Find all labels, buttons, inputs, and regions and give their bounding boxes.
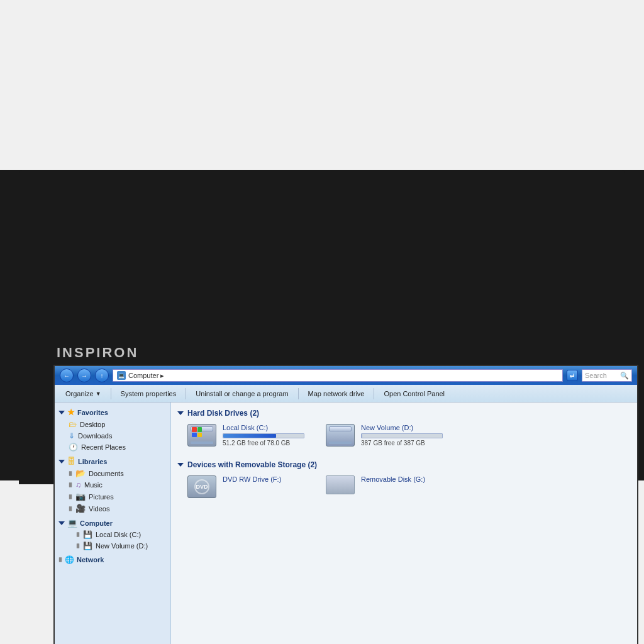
- toolbar: Organize ▼ System properties Uninstall o…: [55, 385, 637, 402]
- sidebar-item-desktop[interactable]: 🗁 Desktop: [55, 418, 170, 430]
- dvd-drive-f-icon: DVD: [187, 475, 218, 499]
- libraries-arrow-icon: [58, 460, 65, 464]
- pictures-label: Pictures: [89, 493, 114, 501]
- organize-dropdown-icon: ▼: [96, 391, 101, 397]
- brand-label: INSPIRON: [57, 345, 138, 361]
- search-icon: 🔍: [620, 372, 629, 380]
- sidebar-section-computer: 💻 Computer 💾 Local Disk (C:) 💾 New Volum…: [55, 517, 170, 552]
- new-volume-d-name: New Volume (D:): [361, 424, 452, 431]
- sidebar-section-network: 🌐 Network: [55, 554, 170, 565]
- sidebar-item-music[interactable]: ♫ Music: [55, 479, 170, 491]
- downloads-icon: ⇓: [69, 431, 75, 440]
- nav-arrows[interactable]: ⇄: [567, 370, 578, 381]
- new-volume-d-space: 387 GB free of 387 GB: [361, 440, 452, 447]
- music-icon: ♫: [75, 480, 81, 489]
- sidebar-favorites-header[interactable]: ★ Favorites: [55, 406, 170, 418]
- pictures-arrow-icon: [69, 494, 72, 499]
- laptop-bezel: INSPIRON ← → ↑ 💻 Computer ▸ ⇄ Search 🔍: [19, 170, 625, 484]
- hard-disk-drives-grid: Local Disk (C:) 51.2 GB free of 78.0 GB: [177, 424, 631, 448]
- favorites-arrow-icon: [58, 411, 65, 414]
- hard-disk-drives-header: Hard Disk Drives (2): [177, 409, 631, 418]
- toolbar-sep-1: [111, 388, 111, 399]
- removable-disk-g-item[interactable]: Removable Disk (G:): [326, 475, 452, 499]
- search-placeholder: Search: [585, 372, 607, 379]
- desktop-folder-icon: 🗁: [69, 419, 77, 429]
- system-properties-button[interactable]: System properties: [115, 387, 182, 401]
- local-disk-c-sidebar-label: Local Disk (C:): [96, 531, 141, 538]
- local-disk-c-item[interactable]: Local Disk (C:) 51.2 GB free of 78.0 GB: [187, 424, 313, 448]
- forward-button[interactable]: →: [77, 369, 91, 382]
- open-control-panel-button[interactable]: Open Control Panel: [378, 387, 450, 401]
- libraries-folder-icon: 🗄: [67, 457, 75, 466]
- new-volume-d-info: New Volume (D:) 387 GB free of 387 GB: [361, 424, 452, 447]
- dvd-graphic: DVD: [187, 475, 216, 498]
- address-text: Computer ▸: [128, 372, 164, 380]
- new-volume-d-sidebar-label: New Volume (D:): [96, 542, 148, 550]
- sidebar-computer-header[interactable]: 💻 Computer: [55, 517, 170, 529]
- back-button[interactable]: ←: [60, 369, 74, 382]
- sidebar: ★ Favorites 🗁 Desktop ⇓ Downloads 🕐: [55, 402, 171, 644]
- new-volume-d-item[interactable]: New Volume (D:) 387 GB free of 387 GB: [326, 424, 452, 448]
- sidebar-libraries-header[interactable]: 🗄 Libraries: [55, 455, 170, 467]
- computer-icon-sidebar: 💻: [67, 518, 77, 528]
- uninstall-button[interactable]: Uninstall or change a program: [190, 387, 294, 401]
- computer-label: Computer: [80, 519, 113, 527]
- documents-label: Documents: [89, 470, 124, 477]
- sidebar-item-new-volume-d[interactable]: 💾 New Volume (D:): [55, 540, 170, 552]
- dvd-drive-f-info: DVD RW Drive (F:): [223, 475, 313, 485]
- removable-drives-grid: DVD DVD RW Drive (F:): [177, 475, 631, 499]
- sidebar-item-documents[interactable]: 📂 Documents: [55, 467, 170, 479]
- sidebar-item-recent-places[interactable]: 🕐 Recent Places: [55, 441, 170, 453]
- newd-arrow-icon: [77, 544, 79, 548]
- desktop-label: Desktop: [80, 421, 105, 428]
- map-network-button[interactable]: Map network drive: [303, 387, 370, 401]
- top-area: [0, 0, 644, 170]
- sidebar-item-downloads[interactable]: ⇓ Downloads: [55, 430, 170, 441]
- usb-graphic: [326, 475, 355, 494]
- localc-drive-icon: 💾: [83, 530, 92, 539]
- dvd-drive-f-name: DVD RW Drive (F:): [223, 475, 313, 483]
- documents-folder-icon: 📂: [75, 469, 86, 478]
- network-label: Network: [77, 556, 104, 564]
- computer-arrow-icon: [58, 521, 65, 525]
- sidebar-item-local-disk-c[interactable]: 💾 Local Disk (C:): [55, 529, 170, 540]
- new-volume-d-bar-bg: [361, 433, 443, 438]
- local-disk-c-info: Local Disk (C:) 51.2 GB free of 78.0 GB: [223, 424, 313, 447]
- hdd-section-arrow-icon: [177, 411, 184, 415]
- music-label: Music: [84, 481, 103, 489]
- search-box[interactable]: Search 🔍: [582, 369, 632, 382]
- laptop-outer: INSPIRON ← → ↑ 💻 Computer ▸ ⇄ Search 🔍: [0, 0, 644, 644]
- main-layout: ★ Favorites 🗁 Desktop ⇓ Downloads 🕐: [55, 402, 637, 644]
- local-disk-c-space: 51.2 GB free of 78.0 GB: [223, 440, 313, 447]
- downloads-label: Downloads: [78, 432, 112, 440]
- sidebar-section-libraries: 🗄 Libraries 📂 Documents ♫ Music: [55, 455, 170, 514]
- screen: ← → ↑ 💻 Computer ▸ ⇄ Search 🔍 Organiz: [53, 365, 638, 644]
- sidebar-item-videos[interactable]: 🎥 Videos: [55, 502, 170, 514]
- dvd-drive-f-item[interactable]: DVD DVD RW Drive (F:): [187, 475, 313, 499]
- sidebar-network-header[interactable]: 🌐 Network: [55, 554, 170, 565]
- devices-removable-label: Devices with Removable Storage (2): [187, 460, 317, 469]
- open-control-panel-label: Open Control Panel: [384, 390, 445, 397]
- network-icon: 🌐: [65, 555, 74, 564]
- newd-drive-icon: 💾: [83, 541, 92, 550]
- documents-arrow-icon: [69, 471, 72, 475]
- network-arrow-icon: [59, 558, 62, 562]
- map-network-label: Map network drive: [308, 390, 365, 397]
- recent-places-icon: 🕐: [69, 443, 78, 452]
- toolbar-sep-3: [298, 388, 299, 399]
- up-button[interactable]: ↑: [95, 369, 109, 382]
- hard-disk-drives-label: Hard Disk Drives (2): [187, 409, 259, 418]
- address-bar[interactable]: 💻 Computer ▸: [113, 369, 563, 382]
- sidebar-item-pictures[interactable]: 📷 Pictures: [55, 491, 170, 502]
- libraries-label: Libraries: [78, 458, 107, 465]
- local-disk-c-icon: [187, 424, 218, 448]
- favorites-label: Favorites: [77, 409, 108, 416]
- recent-places-label: Recent Places: [81, 443, 126, 451]
- hdd-d-graphic: [326, 424, 355, 447]
- videos-folder-icon: 🎥: [75, 504, 86, 513]
- organize-button[interactable]: Organize ▼: [60, 387, 107, 401]
- removable-storage-header: Devices with Removable Storage (2): [177, 460, 631, 469]
- organize-label: Organize: [65, 390, 94, 397]
- toolbar-sep-2: [186, 388, 186, 399]
- local-disk-c-bar-bg: [223, 433, 304, 438]
